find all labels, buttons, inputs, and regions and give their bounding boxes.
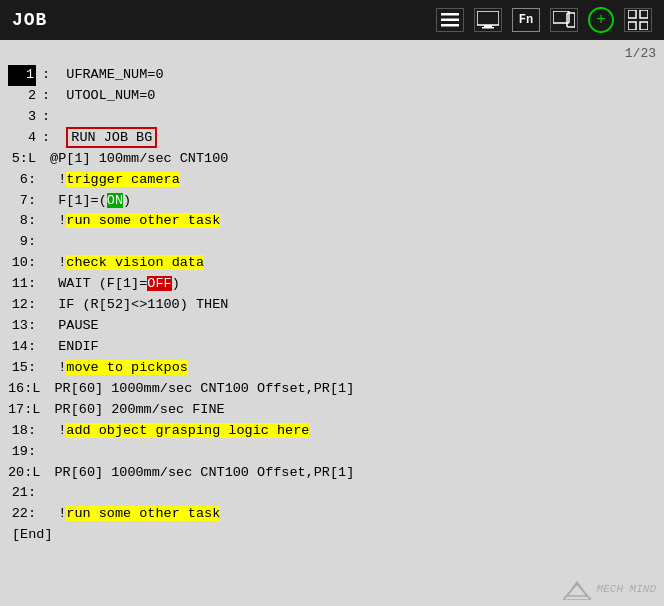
code-line: 22: !run some other task — [8, 504, 656, 525]
line-content: : RUN JOB BG — [42, 128, 656, 149]
code-area: 1 : UFRAME_NUM=0 2 : UTOOL_NUM=0 3 : 4 :… — [8, 65, 656, 574]
code-line: 4 : RUN JOB BG — [8, 128, 656, 149]
code-line: 19: — [8, 442, 656, 463]
monitor-icon[interactable] — [474, 8, 502, 32]
line-content: ENDIF — [42, 337, 656, 358]
line-number: 5:L — [8, 149, 36, 170]
zoom-in-icon[interactable]: + — [588, 7, 614, 33]
line-content: !trigger camera — [42, 170, 656, 191]
line-number: 16:L — [8, 379, 40, 400]
line-content: !run some other task — [42, 504, 656, 525]
titlebar: JOB Fn + — [0, 0, 664, 40]
svg-rect-3 — [477, 11, 499, 25]
svg-rect-0 — [441, 13, 459, 16]
line-content: : UTOOL_NUM=0 — [42, 86, 656, 107]
svg-rect-11 — [640, 22, 648, 30]
line-number: 1 — [8, 65, 36, 86]
line-number: 17:L — [8, 400, 40, 421]
mech-mind-logo-icon — [563, 578, 591, 600]
content-area: 1/23 1 : UFRAME_NUM=0 2 : UTOOL_NUM=0 3 … — [0, 40, 664, 606]
line-number: 19: — [8, 442, 36, 463]
svg-rect-10 — [628, 22, 636, 30]
page-indicator: 1/23 — [8, 46, 656, 61]
svg-rect-8 — [628, 10, 636, 18]
code-line: 5:L @P[1] 100mm/sec CNT100 — [8, 149, 656, 170]
code-line: 16:L PR[60] 1000mm/sec CNT100 Offset,PR[… — [8, 379, 656, 400]
line-number: 11: — [8, 274, 36, 295]
line-content: PR[60] 1000mm/sec CNT100 Offset,PR[1] — [46, 379, 656, 400]
line-number: 4 — [8, 128, 36, 149]
svg-rect-7 — [567, 13, 575, 27]
line-content: !add object grasping logic here — [42, 421, 656, 442]
line-content: !move to pickpos — [42, 358, 656, 379]
svg-rect-4 — [484, 25, 492, 27]
code-line: 8: !run some other task — [8, 211, 656, 232]
watermark: MECH MIND — [563, 578, 656, 600]
code-line: 2 : UTOOL_NUM=0 — [8, 86, 656, 107]
line-content: @P[1] 100mm/sec CNT100 — [42, 149, 656, 170]
line-content: PR[60] 200mm/sec FINE — [46, 400, 656, 421]
code-line: 3 : — [8, 107, 656, 128]
line-content: WAIT (F[1]=OFF) — [42, 274, 656, 295]
end-label: [End] — [8, 525, 656, 546]
line-number: 6: — [8, 170, 36, 191]
line-number: 8: — [8, 211, 36, 232]
code-line: 12: IF (R[52]<>1100) THEN — [8, 295, 656, 316]
code-line: 14: ENDIF — [8, 337, 656, 358]
line-number: 13: — [8, 316, 36, 337]
code-line: 15: !move to pickpos — [8, 358, 656, 379]
line-content: PR[60] 1000mm/sec CNT100 Offset,PR[1] — [46, 463, 656, 484]
line-number: 14: — [8, 337, 36, 358]
code-line: 7: F[1]=(ON) — [8, 191, 656, 212]
line-number: 10: — [8, 253, 36, 274]
svg-rect-2 — [441, 24, 459, 27]
code-line: 20:L PR[60] 1000mm/sec CNT100 Offset,PR[… — [8, 463, 656, 484]
svg-rect-9 — [640, 10, 648, 18]
line-content: IF (R[52]<>1100) THEN — [42, 295, 656, 316]
line-content: !run some other task — [42, 211, 656, 232]
fn-icon[interactable]: Fn — [512, 8, 540, 32]
line-number: 22: — [8, 504, 36, 525]
line-number: 7: — [8, 191, 36, 212]
line-number: 12: — [8, 295, 36, 316]
menu-icon[interactable] — [436, 8, 464, 32]
line-content: : — [42, 107, 656, 128]
line-number: 2 — [8, 86, 36, 107]
line-content: F[1]=(ON) — [42, 191, 656, 212]
line-number: 18: — [8, 421, 36, 442]
code-line: 1 : UFRAME_NUM=0 — [8, 65, 656, 86]
monitor2-icon[interactable] — [550, 8, 578, 32]
line-number: 15: — [8, 358, 36, 379]
code-line: 11: WAIT (F[1]=OFF) — [8, 274, 656, 295]
code-line: 13: PAUSE — [8, 316, 656, 337]
line-content: : UFRAME_NUM=0 — [42, 65, 656, 86]
code-line: 17:L PR[60] 200mm/sec FINE — [8, 400, 656, 421]
line-content: PAUSE — [42, 316, 656, 337]
code-line: 6: !trigger camera — [8, 170, 656, 191]
main-window: JOB Fn + 1/23 1 : UFRAME_NUM=0 — [0, 0, 664, 606]
code-line: 18: !add object grasping logic here — [8, 421, 656, 442]
window-title: JOB — [12, 10, 47, 30]
line-number: 9: — [8, 232, 36, 253]
toolbar-icons: Fn + — [436, 7, 652, 33]
svg-rect-5 — [482, 27, 494, 29]
svg-rect-1 — [441, 19, 459, 22]
end-line: [End] — [8, 525, 656, 546]
code-line: 10: !check vision data — [8, 253, 656, 274]
watermark-area: MECH MIND — [8, 578, 656, 600]
line-number: 21: — [8, 483, 36, 504]
line-content: !check vision data — [42, 253, 656, 274]
line-number: 3 — [8, 107, 36, 128]
code-line: 21: — [8, 483, 656, 504]
code-line: 9: — [8, 232, 656, 253]
watermark-text: MECH MIND — [597, 583, 656, 595]
grid-icon[interactable] — [624, 8, 652, 32]
svg-marker-13 — [563, 584, 591, 600]
line-number: 20:L — [8, 463, 40, 484]
